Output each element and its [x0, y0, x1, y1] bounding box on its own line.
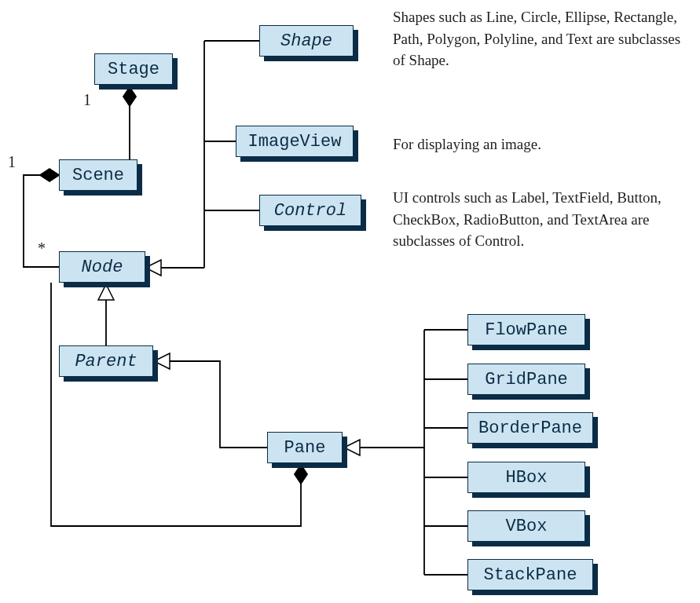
- class-flowpane-label: FlowPane: [485, 320, 568, 340]
- desc-control: UI controls such as Label, TextField, Bu…: [393, 187, 684, 252]
- desc-shape: Shapes such as Line, Circle, Ellipse, Re…: [393, 6, 684, 71]
- class-scene: Scene: [59, 159, 137, 191]
- class-flowpane: FlowPane: [467, 314, 585, 345]
- class-shape-label: Shape: [280, 31, 332, 51]
- class-control: Control: [259, 195, 361, 226]
- class-shape: Shape: [259, 25, 354, 57]
- connectors-layer: [0, 0, 700, 603]
- class-stackpane-label: StackPane: [484, 565, 577, 585]
- class-pane-label: Pane: [284, 438, 326, 458]
- class-borderpane: BorderPane: [467, 412, 593, 444]
- class-node-label: Node: [82, 258, 123, 277]
- class-vbox-label: VBox: [506, 517, 548, 536]
- desc-imageview: For displaying an image.: [393, 133, 684, 155]
- class-hbox-label: HBox: [506, 468, 548, 488]
- multiplicity-stage-scene: 1: [83, 91, 91, 109]
- class-vbox: VBox: [467, 510, 585, 542]
- class-stage: Stage: [94, 53, 173, 85]
- class-hbox: HBox: [467, 462, 585, 493]
- class-borderpane-label: BorderPane: [478, 418, 582, 438]
- multiplicity-pane-node: *: [38, 239, 46, 258]
- class-control-label: Control: [274, 201, 346, 221]
- diagram-canvas: 1 1 * Stage Scene Node Parent Shape Imag…: [0, 0, 700, 603]
- class-imageview-label: ImageView: [248, 132, 342, 152]
- class-gridpane: GridPane: [467, 364, 585, 395]
- multiplicity-scene-node: 1: [8, 153, 16, 171]
- class-imageview: ImageView: [236, 126, 354, 157]
- class-parent: Parent: [59, 345, 153, 377]
- class-gridpane-label: GridPane: [485, 370, 568, 389]
- class-node: Node: [59, 251, 145, 283]
- class-pane: Pane: [267, 432, 343, 463]
- class-scene-label: Scene: [72, 166, 124, 185]
- class-parent-label: Parent: [75, 352, 137, 371]
- class-stackpane: StackPane: [467, 559, 593, 590]
- class-stage-label: Stage: [108, 60, 159, 79]
